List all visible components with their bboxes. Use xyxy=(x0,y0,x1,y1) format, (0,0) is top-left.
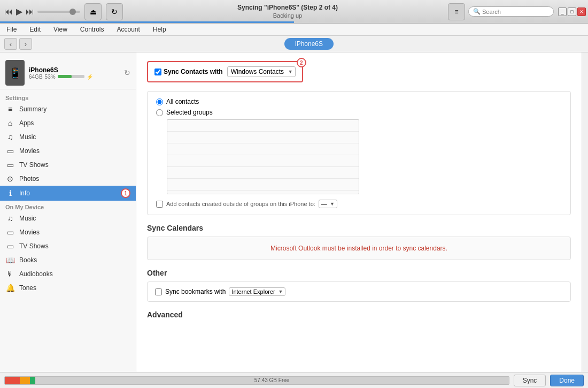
sync-contacts-checkbox[interactable] xyxy=(154,69,161,75)
device-info: iPhone6S 64GB 53% ⚡ xyxy=(29,66,120,80)
groups-list-row xyxy=(167,132,359,143)
sync-progress-button[interactable]: ↻ xyxy=(106,3,123,20)
storage-seg-yellow xyxy=(20,377,30,384)
bookmark-row: Sync bookmarks with Internet Explorer Fi… xyxy=(155,287,563,296)
selected-groups-option[interactable]: Selected groups xyxy=(156,109,562,116)
annotation-2: 2 xyxy=(297,58,306,67)
selected-groups-radio[interactable] xyxy=(156,109,163,116)
audiobooks-icon: 🎙 xyxy=(5,270,15,278)
menu-button[interactable]: ≡ xyxy=(448,3,465,20)
add-contacts-select[interactable]: — xyxy=(319,200,337,208)
sidebar-item-device-tvshows-label: TV Shows xyxy=(19,242,49,250)
summary-icon: ≡ xyxy=(5,105,15,113)
sync-icon[interactable]: ↻ xyxy=(124,69,130,77)
minimize-button[interactable]: _ xyxy=(558,7,567,16)
groups-list-row xyxy=(167,120,359,132)
sidebar-item-apps[interactable]: ⌂ Apps xyxy=(0,116,136,130)
forward-button[interactable]: › xyxy=(19,38,32,50)
sidebar-item-music-label: Music xyxy=(19,133,36,141)
eject-button[interactable]: ⏏ xyxy=(84,3,102,20)
sidebar-item-music[interactable]: ♫ Music xyxy=(0,130,136,144)
device-header: 📱 iPhone6S 64GB 53% ⚡ ↻ xyxy=(0,57,136,89)
title-bar: ⏮ ▶ ⏭ ⏏ ↻ Syncing "iPhone6S" (Step 2 of … xyxy=(0,0,588,24)
storage-seg-red xyxy=(5,377,20,384)
windows-contacts-select[interactable]: Windows Contacts Google Contacts Outlook xyxy=(227,66,296,77)
sidebar-item-device-tvshows[interactable]: ▭ TV Shows xyxy=(0,239,136,253)
add-contacts-row: Add contacts created outside of groups o… xyxy=(156,200,562,208)
menu-account[interactable]: Account xyxy=(115,25,142,34)
menu-view[interactable]: View xyxy=(51,25,69,34)
menu-icon: ≡ xyxy=(454,8,458,16)
device-tab[interactable]: iPhone6S xyxy=(284,38,334,50)
sidebar-item-device-movies[interactable]: ▭ Movies xyxy=(0,225,136,239)
sidebar-item-tvshows-label: TV Shows xyxy=(19,161,49,169)
sync-button[interactable]: Sync xyxy=(514,375,546,386)
groups-list xyxy=(167,119,359,194)
storage-percent: 53% xyxy=(45,74,56,80)
menu-bar: File Edit View Controls Account Help xyxy=(0,24,588,36)
sidebar-item-books-label: Books xyxy=(19,256,37,264)
sync-bookmarks-checkbox[interactable] xyxy=(155,288,162,295)
apps-icon: ⌂ xyxy=(5,119,15,127)
sync-contacts-text: Sync Contacts with xyxy=(164,68,223,75)
all-contacts-option[interactable]: All contacts xyxy=(156,98,562,105)
volume-track xyxy=(37,11,80,13)
outlook-warning: Microsoft Outlook must be installed in o… xyxy=(147,237,571,260)
restore-button[interactable]: □ xyxy=(568,7,576,16)
title-main: Syncing "iPhone6S" (Step 2 of 4) xyxy=(127,4,448,12)
browser-select[interactable]: Internet Explorer Firefox Chrome xyxy=(229,287,285,296)
fast-forward-button[interactable]: ⏭ xyxy=(26,7,34,17)
menu-edit[interactable]: Edit xyxy=(27,25,43,34)
sidebar-item-tones[interactable]: 🔔 Tones xyxy=(0,281,136,295)
sidebar-item-tvshows[interactable]: ▭ TV Shows xyxy=(0,158,136,172)
sidebar-item-movies[interactable]: ▭ Movies xyxy=(0,144,136,158)
back-button[interactable]: ‹ xyxy=(4,38,17,50)
device-movies-icon: ▭ xyxy=(5,228,15,237)
advanced-title: Advanced xyxy=(147,310,571,319)
title-sub: Backing up xyxy=(127,12,448,19)
menu-help[interactable]: Help xyxy=(151,25,168,34)
rewind-button[interactable]: ⏮ xyxy=(4,7,13,17)
info-icon: ℹ xyxy=(5,189,15,197)
groups-list-row xyxy=(167,143,359,155)
sidebar-item-audiobooks-label: Audiobooks xyxy=(19,270,53,278)
menu-file[interactable]: File xyxy=(4,25,19,34)
search-input[interactable] xyxy=(482,9,546,15)
storage-bar xyxy=(58,75,84,78)
storage-label: 64GB xyxy=(29,74,43,80)
storage-indicator: 57.43 GB Free xyxy=(4,376,509,385)
close-button[interactable]: ✕ xyxy=(577,7,586,16)
title-text: Syncing "iPhone6S" (Step 2 of 4) Backing… xyxy=(127,4,448,20)
movies-icon: ▭ xyxy=(5,147,15,155)
sidebar-item-audiobooks[interactable]: 🎙 Audiobooks xyxy=(0,267,136,281)
sidebar-item-summary[interactable]: ≡ Summary xyxy=(0,102,136,116)
annotation-1: 1 xyxy=(121,188,130,198)
sidebar-item-movies-label: Movies xyxy=(19,147,40,155)
add-contacts-checkbox[interactable] xyxy=(156,201,163,208)
device-name: iPhone6S xyxy=(29,66,120,74)
search-box[interactable]: 🔍 xyxy=(468,6,554,17)
storage-free-label: 57.43 GB Free xyxy=(35,377,509,384)
groups-list-row xyxy=(167,179,359,191)
settings-section-label: Settings xyxy=(0,92,136,102)
storage-seg-green xyxy=(30,377,35,384)
sidebar-item-info[interactable]: ℹ Info 1 xyxy=(0,186,136,201)
photos-icon: ⊙ xyxy=(5,174,15,183)
sync-calendars-title: Sync Calendars xyxy=(147,224,571,232)
volume-thumb xyxy=(69,9,76,15)
menu-controls[interactable]: Controls xyxy=(78,25,106,34)
sidebar-item-apps-label: Apps xyxy=(19,119,34,127)
other-title: Other xyxy=(147,269,571,277)
selected-groups-label: Selected groups xyxy=(166,109,213,116)
sidebar-item-photos-label: Photos xyxy=(19,175,39,182)
transport-controls: ⏮ ▶ ⏭ xyxy=(0,6,84,17)
scrollbar[interactable] xyxy=(582,52,588,372)
sidebar-item-books[interactable]: 📖 Books xyxy=(0,253,136,267)
play-button[interactable]: ▶ xyxy=(16,6,22,17)
all-contacts-radio[interactable] xyxy=(156,98,163,105)
bottom-bar: 57.43 GB Free Sync Done xyxy=(0,372,588,388)
sync-contacts-box: 2 Sync Contacts with Windows Contacts Go… xyxy=(147,61,303,82)
sidebar-item-photos[interactable]: ⊙ Photos xyxy=(0,172,136,186)
done-button[interactable]: Done xyxy=(550,375,584,386)
sidebar-item-device-music[interactable]: ♫ Music xyxy=(0,211,136,225)
